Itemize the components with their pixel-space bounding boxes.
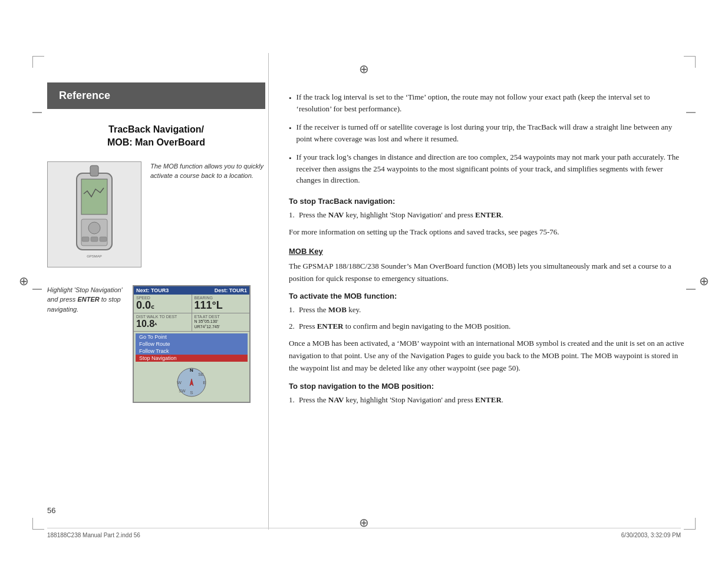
- bullet-dot-1: •: [289, 92, 292, 114]
- device1-container: GPSMAP The MOB function allows you to qu…: [47, 161, 265, 267]
- activate-mob-header: To activate the MOB function:: [289, 292, 687, 300]
- gps-value-speed: 0.0ᴄ: [136, 300, 189, 312]
- gps-label-dist: DIST WALK TO DEST: [136, 315, 189, 319]
- device2-caption-text: Highlight 'Stop Navigation' and press EN…: [47, 286, 123, 313]
- hbar-left-top: [32, 112, 42, 113]
- gps-menu-item-goto: Go To Point: [136, 333, 248, 340]
- footer-right: 6/30/2003, 3:32:09 PM: [621, 532, 681, 538]
- bullet-text-1: If the track log interval is set to the …: [297, 91, 687, 114]
- mob-activated-para: Once a MOB has been activated, a ‘MOB’ w…: [289, 338, 687, 374]
- left-column: Reference TracBack Navigation/ MOB: Man …: [47, 82, 265, 415]
- svg-text:W: W: [177, 380, 182, 385]
- gps-data-row2: DIST WALK TO DEST 10.8ᴬ ETA AT DEST N 35…: [134, 313, 249, 332]
- gps-device-svg: GPSMAP: [59, 164, 130, 265]
- stop-mob-header: To stop navigation to the MOB position:: [289, 382, 687, 391]
- reference-banner: Reference: [47, 82, 265, 109]
- stop-tracback-header: To stop TracBack navigation:: [289, 197, 687, 206]
- reference-label: Reference: [59, 90, 110, 101]
- bullet-item-3: • If your track log’s changes in distanc…: [289, 151, 687, 186]
- section-title: TracBack Navigation/ MOB: Man OverBoard: [47, 123, 265, 150]
- gps-cell-bearing: BEARING 111°L: [192, 295, 250, 313]
- svg-text:S: S: [190, 390, 193, 395]
- column-divider: [268, 53, 269, 530]
- bullet-item-1: • If the track log interval is set to th…: [289, 91, 687, 114]
- svg-point-4: [88, 222, 100, 234]
- bullet-item-2: • If the receiver is turned off or satel…: [289, 121, 687, 144]
- gps-screen-box: Next: TOUR3 Dest: TOUR1 SPEED 0.0ᴄ BEARI…: [133, 285, 251, 403]
- corner-mark-bl: [32, 518, 44, 530]
- gps-menu-item-stop: Stop Navigation: [136, 355, 248, 362]
- mob-key-para: The GPSMAP 188/188C/238 Sounder’s Man Ov…: [289, 260, 687, 285]
- page-number: 56: [47, 506, 55, 515]
- device1-image: GPSMAP: [47, 161, 141, 267]
- stop-tracback-step1: 1. Press the NAV key, highlight 'Stop Na…: [289, 209, 687, 221]
- gps-value-bearing: 111°L: [195, 300, 248, 312]
- svg-rect-7: [100, 237, 107, 242]
- bullet-text-3: If your track log’s changes in distance …: [297, 151, 687, 186]
- more-info-note: For more information on setting up the T…: [289, 226, 687, 239]
- svg-rect-1: [90, 166, 98, 176]
- activate-mob-step2: 2. Press ENTER to confirm and begin navi…: [289, 320, 687, 332]
- device1-caption: The MOB function allows you to quickly a…: [150, 161, 265, 181]
- compass-container: N S W E SE SW: [134, 363, 249, 399]
- hbar-right-mid: [686, 289, 696, 290]
- activate-mob-step1-text: Press the MOB key.: [299, 305, 361, 314]
- bullet-text-2: If the receiver is turned off or satelli…: [297, 121, 687, 144]
- crosshair-right: ⊕: [699, 274, 709, 288]
- activate-mob-step2-text: Press ENTER to confirm and begin navigat…: [299, 322, 510, 330]
- crosshair-top: ⊕: [359, 62, 369, 76]
- step-num-1: 1.: [289, 210, 295, 219]
- bullet-list: • If the track log interval is set to th…: [289, 91, 687, 186]
- gps-cell-eta: ETA AT DEST N 35°05.130'UR74°12.745': [192, 313, 250, 332]
- device2-caption: Highlight 'Stop Navigation' and press EN…: [47, 285, 124, 315]
- hbar-left-mid: [32, 289, 42, 290]
- hbar-right-top: [686, 112, 696, 113]
- corner-mark-br: [684, 518, 696, 530]
- bullet-dot-3: •: [289, 153, 292, 186]
- footer-left: 188188C238 Manual Part 2.indd 56: [47, 532, 140, 538]
- gps-value-eta: N 35°05.130'UR74°12.745': [195, 319, 248, 330]
- compass-rose-svg: N S W E SE SW: [171, 366, 212, 398]
- activate-mob-step1: 1. Press the MOB key.: [289, 304, 687, 316]
- device2-container: Highlight 'Stop Navigation' and press EN…: [47, 285, 265, 403]
- stop-mob-step1: 1. Press the NAV key, highlight 'Stop Na…: [289, 394, 687, 406]
- gps-header-right: Dest: TOUR1: [215, 287, 247, 293]
- corner-mark-tr: [684, 56, 696, 68]
- gps-menu: Go To Point Follow Route Follow Track St…: [136, 333, 248, 362]
- gps-label-eta: ETA AT DEST: [195, 315, 248, 319]
- gps-cell-dist: DIST WALK TO DEST 10.8ᴬ: [134, 313, 192, 332]
- svg-text:SE: SE: [198, 372, 204, 376]
- gps-menu-item-track: Follow Track: [136, 348, 248, 355]
- gps-menu-item-route: Follow Route: [136, 340, 248, 348]
- bullet-dot-2: •: [289, 123, 292, 144]
- stop-mob-step1-text: Press the NAV key, highlight 'Stop Navig…: [299, 395, 503, 404]
- svg-text:N: N: [190, 368, 193, 373]
- svg-rect-5: [82, 237, 89, 242]
- stop-tracback-step1-text: Press the NAV key, highlight 'Stop Navig…: [299, 210, 503, 219]
- svg-rect-6: [91, 237, 98, 242]
- svg-text:GPSMAP: GPSMAP: [87, 254, 102, 258]
- page: ⊕ ⊕ ⊕ ⊕ Reference TracBack Navigation/ M…: [0, 0, 728, 562]
- gps-cell-speed: SPEED 0.0ᴄ: [134, 295, 192, 313]
- mob-key-header: MOB Key: [289, 247, 687, 256]
- corner-mark-tl: [32, 56, 44, 68]
- right-column: • If the track log interval is set to th…: [289, 91, 687, 410]
- footer: 188188C238 Manual Part 2.indd 56 6/30/20…: [47, 528, 681, 538]
- crosshair-left: ⊕: [19, 274, 29, 288]
- gps-value-dist: 10.8ᴬ: [136, 319, 189, 329]
- gps-screen-header: Next: TOUR3 Dest: TOUR1: [134, 286, 249, 295]
- svg-text:E: E: [203, 380, 206, 385]
- gps-header-left: Next: TOUR3: [136, 287, 169, 293]
- svg-text:SW: SW: [179, 389, 186, 393]
- svg-rect-2: [81, 179, 107, 214]
- gps-data-row1: SPEED 0.0ᴄ BEARING 111°L: [134, 295, 249, 313]
